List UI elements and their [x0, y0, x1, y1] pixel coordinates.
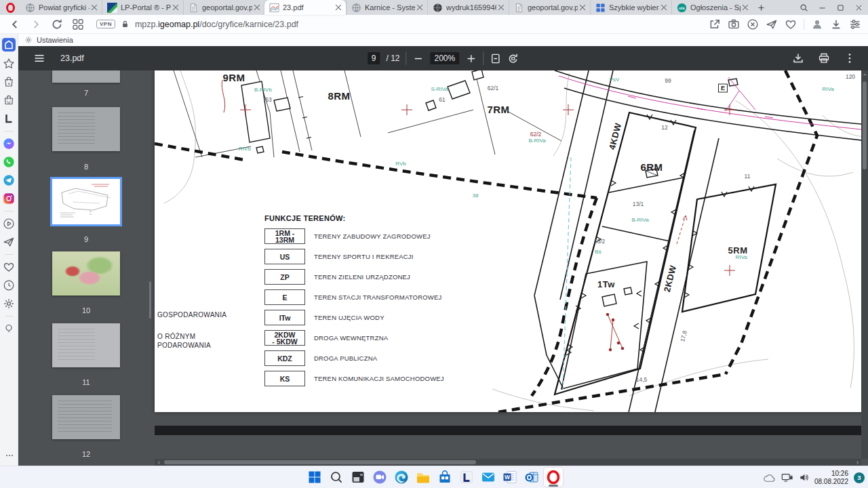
page-thumbnail-7[interactable] [52, 70, 120, 83]
taskbar-lapp-icon[interactable] [457, 468, 476, 487]
tab-close-icon[interactable] [496, 3, 506, 12]
taskbar-search-icon[interactable] [327, 468, 346, 487]
shop-icon[interactable]: a [3, 76, 15, 88]
browser-tab-3[interactable]: geoportal.gov.pl [183, 0, 264, 15]
browser-tab-2[interactable]: LP-Portal ® - Powiat Gr [102, 0, 183, 15]
tab-close-icon[interactable] [741, 3, 750, 12]
tab-close-icon[interactable] [252, 3, 262, 12]
taskbar-store-icon[interactable] [435, 468, 454, 487]
browser-tab-1[interactable]: Powiat gryficki - System [20, 0, 102, 15]
bookmark-heart-icon[interactable] [785, 18, 797, 30]
taskbar-edge-icon[interactable] [392, 468, 411, 487]
window-maximize-button[interactable] [831, 0, 850, 15]
zoom-level-value[interactable]: 200% [431, 52, 460, 64]
thumbnail-scrollbar[interactable] [149, 281, 151, 319]
horizontal-scrollbar-thumb[interactable] [164, 460, 476, 464]
taskbar-darkapp-icon[interactable] [349, 468, 368, 487]
bag-icon[interactable] [3, 94, 15, 106]
history-icon[interactable] [3, 279, 15, 291]
onedrive-icon[interactable] [763, 473, 776, 483]
taskbar-explorer-icon[interactable] [414, 468, 433, 487]
taskbar-opera-icon[interactable] [544, 468, 563, 487]
tab-title: 23.pdf [283, 3, 334, 12]
url-text[interactable]: mpzp.igeomap.pl/doc/gryfice/karnice/23.p… [135, 20, 298, 29]
download-button[interactable] [792, 52, 804, 64]
page-thumbnail-12[interactable] [52, 395, 120, 439]
profile-avatar-icon[interactable] [811, 18, 823, 30]
messenger-icon[interactable] [3, 138, 15, 150]
taskbar-mail-icon[interactable] [479, 468, 498, 487]
page-thumbnail-10[interactable] [52, 251, 120, 296]
browser-tab-7[interactable]: geoportal.gov.pl [509, 0, 590, 15]
browser-tab-8[interactable]: Szybkie wybieranie [590, 0, 671, 15]
opera-logo-icon[interactable] [0, 0, 20, 15]
lock-icon[interactable] [121, 20, 130, 28]
page-number-input[interactable]: 9 [368, 52, 380, 64]
taskbar-outlook-icon[interactable] [522, 468, 541, 487]
zoom-in-button[interactable] [465, 53, 477, 64]
scroll-right-arrow[interactable] [853, 459, 861, 466]
sidebar-more-icon[interactable] [0, 451, 18, 460]
snapshot-camera-icon[interactable] [728, 18, 740, 30]
taskbar-teams-icon[interactable] [370, 468, 389, 487]
tab-close-icon[interactable] [90, 3, 99, 12]
forward-button[interactable] [30, 18, 42, 30]
volume-icon[interactable] [799, 472, 809, 483]
print-button[interactable] [818, 52, 830, 64]
instagram-icon[interactable] [3, 192, 15, 205]
browser-tab-6[interactable]: wydruk1659946109125 [427, 0, 509, 15]
bulb-icon[interactable] [3, 323, 15, 335]
star-icon[interactable] [3, 58, 15, 70]
tab-close-icon[interactable] [415, 3, 425, 12]
fit-page-button[interactable] [490, 53, 501, 64]
horizontal-scrollbar[interactable] [155, 459, 861, 466]
heart-icon[interactable] [3, 261, 15, 273]
settings-icon[interactable] [3, 298, 15, 310]
tab-close-icon[interactable] [578, 3, 587, 12]
tab-close-icon[interactable] [171, 3, 180, 12]
page-thumbnail-8[interactable] [52, 107, 120, 151]
tab-search-icon[interactable] [795, 0, 813, 15]
window-close-button[interactable] [850, 0, 868, 15]
clock[interactable]: 10:26 08.08.2022 [814, 470, 848, 485]
downloads-icon[interactable] [830, 18, 842, 30]
taskbar-word-icon[interactable]: W [500, 468, 519, 487]
map-legend: FUNKCJE TERENÓW: 1RM - 13RMTERENY ZABUDO… [264, 214, 490, 391]
reload-button[interactable] [51, 18, 63, 30]
pdf-menu-icon[interactable] [33, 52, 45, 64]
tab-close-icon[interactable] [659, 3, 669, 12]
zoom-out-button[interactable] [413, 53, 425, 64]
rotate-button[interactable] [507, 53, 519, 64]
browser-tab-5[interactable]: Karnice - System Inform [346, 0, 427, 15]
vpn-badge[interactable]: VPN [96, 20, 115, 28]
more-options-icon[interactable] [844, 52, 856, 64]
vertical-scrollbar[interactable] [861, 70, 868, 459]
notification-badge[interactable]: 3 [854, 472, 865, 483]
browser-tab-4[interactable]: 23.pdf [264, 0, 346, 15]
taskbar-start-icon[interactable] [305, 468, 324, 487]
player-icon[interactable] [3, 218, 15, 230]
window-minimize-button[interactable] [813, 0, 831, 15]
back-button[interactable] [9, 18, 21, 30]
browser-tab-9[interactable]: olxOgłoszenia - Sprzedam [671, 0, 753, 15]
tab-close-icon[interactable] [334, 3, 343, 12]
new-tab-button[interactable] [753, 0, 769, 15]
share-icon[interactable] [709, 18, 721, 30]
scroll-up-arrow[interactable] [861, 70, 868, 79]
pdf-page-canvas[interactable]: 9RM8RM7RM6RM5RM4KDW2KDW1TwE536162/162/21… [155, 70, 868, 412]
lglyph-icon[interactable] [3, 113, 15, 125]
workspace-icon[interactable] [2, 38, 16, 52]
blocker-icon[interactable] [747, 18, 759, 30]
telegram-icon[interactable] [3, 174, 15, 186]
scroll-left-arrow[interactable] [155, 459, 163, 466]
vertical-scrollbar-thumb[interactable] [863, 81, 867, 169]
sidebar-setup-icon[interactable] [849, 18, 861, 30]
speed-dial-icon[interactable] [72, 18, 84, 30]
page-thumbnail-9[interactable] [52, 179, 120, 224]
my-flow-icon[interactable] [766, 18, 778, 30]
page-thumbnail-11[interactable] [52, 323, 120, 367]
network-icon[interactable] [781, 472, 793, 483]
bookmark-item-ustawienia[interactable]: Ustawienia [37, 36, 73, 44]
send-icon[interactable] [3, 236, 15, 248]
whatsapp-icon[interactable] [3, 156, 15, 168]
